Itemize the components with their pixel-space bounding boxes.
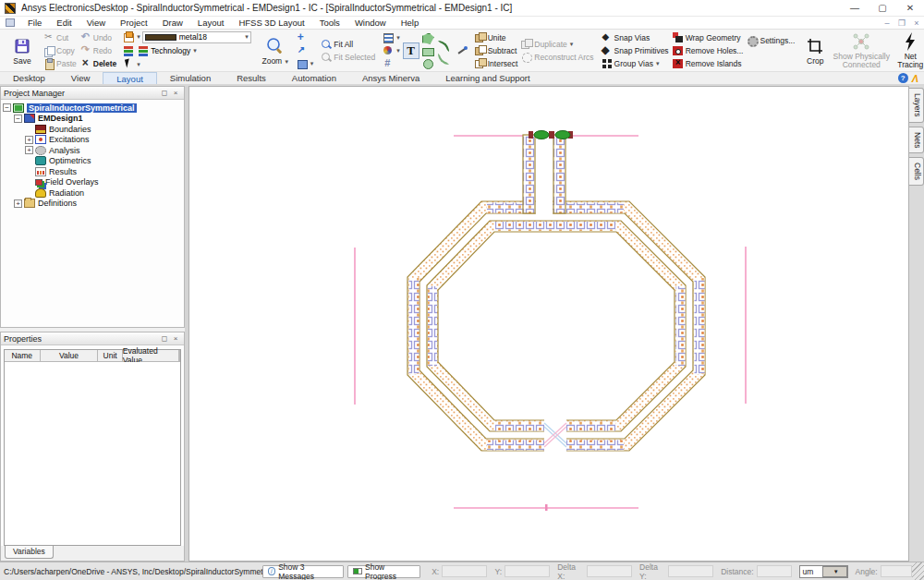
mdi-document-icon[interactable] <box>6 18 15 27</box>
remove-islands-button[interactable]: Remove Islands <box>672 57 745 69</box>
draw-polygon-button[interactable] <box>421 31 434 43</box>
tree-item-radiation[interactable]: Radiation <box>25 187 184 198</box>
tab-automation[interactable]: Automation <box>279 72 349 84</box>
tab-layout[interactable]: Layout <box>103 72 157 84</box>
draw-rectangle-button[interactable] <box>421 44 434 56</box>
color-wheel-button[interactable]: ▾ <box>382 44 401 56</box>
column-name[interactable]: Name <box>5 350 41 362</box>
tree-item-definitions[interactable]: + Definitions <box>14 199 184 209</box>
text-tool-button[interactable]: T <box>403 42 419 59</box>
pin-icon[interactable]: ◻ <box>159 334 170 343</box>
reconstruct-arcs-button[interactable]: Reconstruct Arcs <box>520 51 594 63</box>
undo-button[interactable]: Undo <box>79 31 118 43</box>
collapse-icon[interactable]: − <box>14 115 22 123</box>
tree-item-optimetrics[interactable]: Optimetrics <box>25 156 184 166</box>
draw-arc-center-button[interactable] <box>436 51 449 63</box>
collapse-icon[interactable]: − <box>3 103 11 112</box>
menu-layout[interactable]: Layout <box>190 17 232 29</box>
minimize-button[interactable]: — <box>841 0 869 16</box>
tab-layers[interactable]: Layers <box>909 88 924 123</box>
delete-button[interactable]: Delete <box>79 57 118 69</box>
menu-hfss-3d-layout[interactable]: HFSS 3D Layout <box>231 17 311 29</box>
crop-button[interactable]: Crop <box>801 35 829 66</box>
menu-window[interactable]: Window <box>347 17 394 29</box>
snap-vias-button[interactable]: Snap Vias <box>601 31 670 43</box>
tab-learning-and-support[interactable]: Learning and Support <box>432 72 542 84</box>
layer-select[interactable]: metal18 ▾ <box>142 31 251 43</box>
tree-item-project[interactable]: − SpiralInductorSymmetrical <box>3 103 184 113</box>
layer-visibility-button[interactable]: ▾ <box>382 31 401 43</box>
tree-item-design[interactable]: − EMDesign1 <box>14 114 184 124</box>
menu-view[interactable]: View <box>79 17 113 29</box>
tab-ansys-minerva[interactable]: Ansys Minerva <box>349 72 432 84</box>
close-panel-icon[interactable]: × <box>170 334 181 343</box>
mdi-close-button[interactable]: × <box>909 18 924 28</box>
tab-simulation[interactable]: Simulation <box>157 72 224 84</box>
menu-help[interactable]: Help <box>394 17 427 29</box>
redo-button[interactable]: Redo <box>79 44 118 56</box>
tree-item-analysis[interactable]: + Analysis <box>25 145 184 155</box>
expand-icon[interactable]: + <box>25 146 33 154</box>
technology-button[interactable]: Technology ▾ <box>136 45 199 57</box>
mdi-minimize-button[interactable]: – <box>880 18 894 28</box>
help-icon[interactable]: ? <box>898 73 908 83</box>
mdi-restore-button[interactable]: ❐ <box>894 18 909 28</box>
tree-item-field-overlays[interactable]: Field Overlays <box>25 177 184 187</box>
save-button[interactable]: Save <box>4 35 41 66</box>
draw-line-button[interactable] <box>456 44 468 56</box>
tree-item-results[interactable]: Results <box>25 166 184 176</box>
snap-primitives-button[interactable]: Snap Primitives <box>601 44 670 56</box>
pan-button[interactable] <box>296 31 315 43</box>
intersect-button[interactable]: Intersect <box>474 57 519 69</box>
orient-3d-button[interactable]: ▾ <box>296 57 315 69</box>
show-messages-button[interactable]: i Show 3 Messages <box>262 565 345 578</box>
layers-stack-icon[interactable] <box>123 45 134 56</box>
tab-nets[interactable]: Nets <box>909 127 924 153</box>
unit-select[interactable]: um ▼ <box>799 565 848 578</box>
group-vias-button[interactable]: Group Vias▾ <box>601 57 670 69</box>
settings-button[interactable]: Settings... <box>746 34 796 46</box>
tab-view[interactable]: View <box>58 72 103 84</box>
unite-button[interactable]: Unite <box>474 31 519 43</box>
dynamic-zoom-button[interactable] <box>296 44 315 56</box>
column-unit[interactable]: Unit <box>98 350 122 362</box>
menu-file[interactable]: File <box>20 17 49 29</box>
pin-icon[interactable]: ◻ <box>159 89 170 97</box>
show-physically-connected-button[interactable]: Show Physically Connected <box>831 30 892 70</box>
active-layer-icon[interactable] <box>123 31 134 42</box>
wrap-geometry-button[interactable]: Wrap Geometry <box>672 31 745 43</box>
net-tracing-button[interactable]: Net Tracing <box>894 30 924 70</box>
column-value[interactable]: Value <box>41 350 99 362</box>
duplicate-button[interactable]: Duplicate▾ <box>520 38 594 50</box>
resize-grip[interactable] <box>912 562 924 580</box>
expand-icon[interactable]: + <box>14 199 22 208</box>
expand-icon[interactable]: + <box>25 136 33 144</box>
menu-edit[interactable]: Edit <box>49 17 79 29</box>
variables-tab[interactable]: Variables <box>5 546 54 559</box>
close-panel-icon[interactable]: × <box>170 89 181 97</box>
grid-button[interactable] <box>382 57 401 69</box>
maximize-button[interactable]: ▢ <box>869 0 896 16</box>
menu-project[interactable]: Project <box>113 17 155 29</box>
close-button[interactable]: ✕ <box>896 0 924 16</box>
fit-all-button[interactable]: Fit All <box>320 38 376 50</box>
remove-holes-button[interactable]: Remove Holes... <box>672 44 745 56</box>
fit-selected-button[interactable]: Fit Selected <box>320 51 376 63</box>
menu-draw[interactable]: Draw <box>155 17 190 29</box>
draw-circle-button[interactable] <box>421 57 434 69</box>
show-progress-button[interactable]: Show Progress <box>347 565 420 578</box>
zoom-button[interactable]: Zoom ▾ <box>257 35 294 66</box>
layout-canvas[interactable] <box>188 86 909 562</box>
subtract-button[interactable]: Subtract <box>474 44 519 56</box>
tab-desktop[interactable]: Desktop <box>0 72 58 84</box>
cut-button[interactable]: Cut <box>43 31 78 43</box>
draw-arc-button[interactable] <box>436 38 449 50</box>
paste-button[interactable]: Paste <box>43 57 78 69</box>
tree-item-boundaries[interactable]: Boundaries <box>25 124 184 134</box>
tree-item-excitations[interactable]: + Excitations <box>25 135 184 145</box>
tab-results[interactable]: Results <box>224 72 279 84</box>
select-cursor-icon[interactable] <box>123 59 134 70</box>
copy-button[interactable]: Copy <box>43 44 78 56</box>
tab-cells[interactable]: Cells <box>909 157 924 186</box>
menu-tools[interactable]: Tools <box>312 17 347 29</box>
